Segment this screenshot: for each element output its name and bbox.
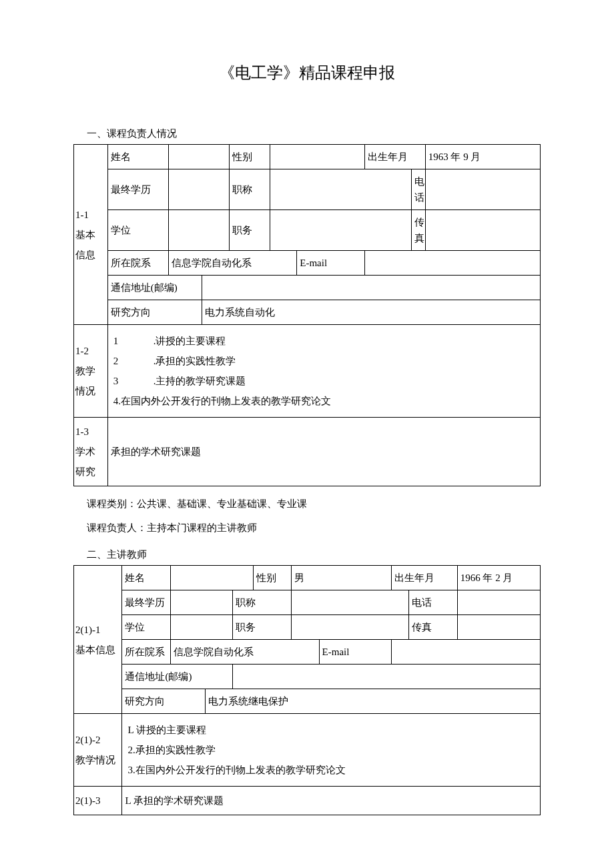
section2-heading: 二、主讲教师 <box>87 546 541 562</box>
value-phone <box>425 169 540 210</box>
label-fax: 传真 <box>412 210 425 251</box>
t2-2: 2.承担的实践性教学 <box>127 742 535 758</box>
value-degree <box>168 210 229 251</box>
teaching2-items: L 讲授的主要课程 2.承担的实践性教学 3.在国内外公开发行的刊物上发表的教学… <box>122 714 541 787</box>
notes-block: 课程类别：公共课、基础课、专业基础课、专业课 课程负责人：主持本门课程的主讲教师 <box>87 492 541 540</box>
label-degree: 学位 <box>107 210 168 251</box>
t3-num: 3 <box>113 373 154 389</box>
side2-academic: 2(1)-3 <box>74 787 122 815</box>
table-lecturer: 2(1)-1 基本信息 姓名 性别 男 出生年月 1966 年 2 月 最终学历… <box>73 565 541 815</box>
value2-birth: 1966 年 2 月 <box>457 566 540 590</box>
label2-degree: 学位 <box>122 615 170 640</box>
side2-basic-info: 2(1)-1 基本信息 <box>74 566 122 714</box>
label2-title: 职称 <box>233 590 292 615</box>
value-birth: 1963 年 9 月 <box>425 145 540 169</box>
side2-teaching: 2(1)-2 教学情况 <box>74 714 122 787</box>
t1-text: .讲授的主要课程 <box>154 336 226 346</box>
academic2-text: L 承担的学术研究课题 <box>122 787 541 815</box>
value-email <box>364 251 540 276</box>
value2-phone <box>457 590 540 615</box>
side-academic: 1-3 学术 研究 <box>74 418 108 486</box>
value-dept: 信息学院自动化系 <box>168 251 296 276</box>
value-addr <box>202 276 541 300</box>
t4-text: 4.在国内外公开发行的刊物上发表的教学研究论文 <box>113 393 535 409</box>
label-research: 研究方向 <box>107 300 202 325</box>
side-teaching: 1-2 教学情况 <box>74 325 108 418</box>
teaching-items: 1.讲授的主要课程 2.承担的实践性教学 3.主持的教学研究课题 4.在国内外公… <box>107 325 540 418</box>
label2-fax: 传真 <box>409 615 457 640</box>
value-gender <box>270 145 364 169</box>
t2-text: .承担的实践性教学 <box>154 356 236 366</box>
label-addr: 通信地址(邮编) <box>107 276 202 300</box>
note-category: 课程类别：公共课、基础课、专业基础课、专业课 <box>87 492 541 516</box>
value2-research: 电力系统继电保护 <box>205 689 540 714</box>
value2-addr <box>233 665 541 689</box>
value-edu <box>168 169 229 210</box>
label-email: E-mail <box>297 251 364 276</box>
academic-text: 承担的学术研究课题 <box>107 418 540 486</box>
value-title <box>270 169 412 210</box>
value2-fax <box>457 615 540 640</box>
value2-degree <box>170 615 232 640</box>
value2-dept: 信息学院自动化系 <box>170 640 319 665</box>
label-title: 职称 <box>229 169 270 210</box>
note-person: 课程负责人：主持本门课程的主讲教师 <box>87 516 541 540</box>
value2-email <box>392 640 541 665</box>
label-dept: 所在院系 <box>107 251 168 276</box>
value-position <box>270 210 412 251</box>
label2-dept: 所在院系 <box>122 640 170 665</box>
label2-position: 职务 <box>233 615 292 640</box>
side-basic-info: 1-1 基本 信息 <box>74 145 108 325</box>
value2-gender: 男 <box>292 566 392 590</box>
label-edu: 最终学历 <box>107 169 168 210</box>
value2-name <box>170 566 253 590</box>
label2-research: 研究方向 <box>122 689 205 714</box>
t1-num: 1 <box>113 333 154 349</box>
label-phone: 电话 <box>412 169 425 210</box>
t2-3: 3.在国内外公开发行的刊物上发表的教学研究论文 <box>127 762 535 778</box>
t2-1: L 讲授的主要课程 <box>127 722 535 738</box>
t2-num: 2 <box>113 353 154 369</box>
label2-birth: 出生年月 <box>392 566 457 590</box>
label-gender: 性别 <box>229 145 270 169</box>
value-name <box>168 145 229 169</box>
value2-title <box>292 590 409 615</box>
label2-edu: 最终学历 <box>122 590 170 615</box>
label2-addr: 通信地址(邮编) <box>122 665 233 689</box>
table-person-in-charge: 1-1 基本 信息 姓名 性别 出生年月 1963 年 9 月 最终学历 职称 … <box>73 144 541 486</box>
label2-gender: 性别 <box>254 566 292 590</box>
page-title: 《电工学》精品课程申报 <box>73 60 541 85</box>
value2-position <box>292 615 409 640</box>
section1-heading: 一、课程负责人情况 <box>87 125 541 141</box>
t3-text: .主持的教学研究课题 <box>154 376 246 386</box>
label2-phone: 电话 <box>409 590 457 615</box>
value-research: 电力系统自动化 <box>202 300 541 325</box>
label-birth: 出生年月 <box>364 145 425 169</box>
label-name: 姓名 <box>107 145 168 169</box>
value-fax <box>425 210 540 251</box>
label2-email: E-mail <box>319 640 392 665</box>
label-position: 职务 <box>229 210 270 251</box>
label2-name: 姓名 <box>122 566 170 590</box>
value2-edu <box>170 590 232 615</box>
